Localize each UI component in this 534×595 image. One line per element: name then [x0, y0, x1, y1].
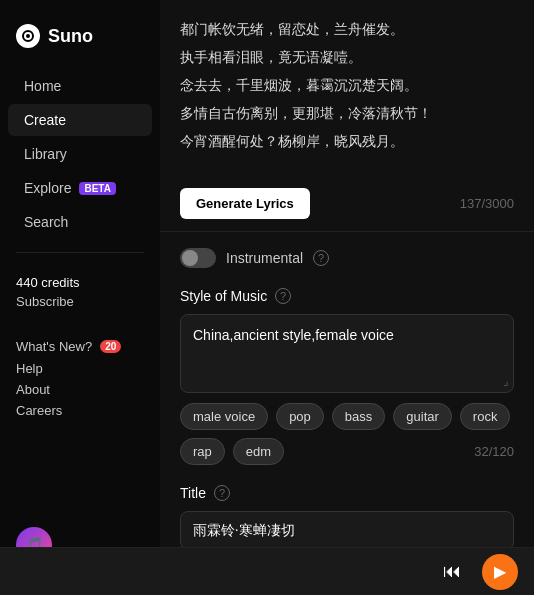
notification-badge: 20	[100, 340, 121, 353]
library-label: Library	[24, 146, 67, 162]
generate-lyrics-button[interactable]: Generate Lyrics	[180, 188, 310, 219]
search-label: Search	[24, 214, 68, 230]
style-section-header: Style of Music ?	[180, 288, 514, 304]
tag-edm[interactable]: edm	[233, 438, 284, 465]
play-icon: ▶	[494, 562, 506, 581]
player-bar: ⏮ ▶	[0, 547, 534, 595]
title-section-header: Title ?	[180, 485, 514, 501]
style-help-icon[interactable]: ?	[275, 288, 291, 304]
title-input[interactable]	[193, 523, 501, 539]
lyrics-controls: Generate Lyrics 137/3000	[160, 180, 534, 232]
whats-new-item[interactable]: What's New? 20	[16, 335, 144, 358]
sidebar-bottom: What's New? 20 Help About Careers	[0, 335, 160, 421]
explore-label: Explore	[24, 180, 71, 196]
lyrics-text: 都门帐饮无绪，留恋处，兰舟催发。 执手相看泪眼，竟无语凝噎。 念去去，千里烟波，…	[180, 16, 514, 156]
tag-rap[interactable]: rap	[180, 438, 225, 465]
lyrics-area: 都门帐饮无绪，留恋处，兰舟催发。 执手相看泪眼，竟无语凝噎。 念去去，千里烟波，…	[160, 0, 534, 180]
sidebar: Suno Home Create Library Explore BETA Se…	[0, 0, 160, 595]
sidebar-item-explore[interactable]: Explore BETA	[8, 172, 152, 204]
tag-rock[interactable]: rock	[460, 403, 511, 430]
instrumental-row: Instrumental ?	[160, 232, 534, 284]
logo-icon	[16, 24, 40, 48]
main-content: 都门帐饮无绪，留恋处，兰舟催发。 执手相看泪眼，竟无语凝噎。 念去去，千里烟波，…	[160, 0, 534, 595]
app-name: Suno	[48, 26, 93, 47]
lyrics-line-1: 都门帐饮无绪，留恋处，兰舟催发。	[180, 16, 514, 44]
sidebar-item-home[interactable]: Home	[8, 70, 152, 102]
svg-point-1	[26, 34, 30, 38]
lyrics-line-3: 念去去，千里烟波，暮霭沉沉楚天阔。	[180, 72, 514, 100]
tag-male-voice[interactable]: male voice	[180, 403, 268, 430]
sidebar-item-create[interactable]: Create	[8, 104, 152, 136]
create-label: Create	[24, 112, 66, 128]
style-char-count: 32/120	[474, 444, 514, 459]
instrumental-help-icon[interactable]: ?	[313, 250, 329, 266]
lyrics-line-2: 执手相看泪眼，竟无语凝噎。	[180, 44, 514, 72]
instrumental-toggle[interactable]	[180, 248, 216, 268]
style-tags: male voice pop bass guitar rock rap edm …	[180, 403, 514, 465]
prev-icon: ⏮	[443, 561, 461, 582]
tag-bass[interactable]: bass	[332, 403, 385, 430]
credits-text: 440 credits	[16, 275, 144, 290]
sidebar-item-about[interactable]: About	[16, 379, 144, 400]
style-section-label: Style of Music	[180, 288, 267, 304]
previous-button[interactable]: ⏮	[434, 554, 470, 590]
home-label: Home	[24, 78, 61, 94]
title-input-wrapper	[180, 511, 514, 550]
sidebar-divider	[16, 252, 144, 253]
beta-badge: BETA	[79, 182, 115, 195]
play-button[interactable]: ▶	[482, 554, 518, 590]
sidebar-item-careers[interactable]: Careers	[16, 400, 144, 421]
logo: Suno	[0, 16, 160, 68]
style-section: Style of Music ? China,ancient style,fem…	[160, 284, 534, 481]
style-input[interactable]: China,ancient style,female voice	[193, 327, 501, 377]
lyrics-line-5: 今宵酒醒何处？杨柳岸，晓风残月。	[180, 128, 514, 156]
credits-section: 440 credits Subscribe	[0, 267, 160, 321]
sidebar-item-search[interactable]: Search	[8, 206, 152, 238]
style-textarea-wrapper: China,ancient style,female voice ⌟	[180, 314, 514, 393]
title-section-label: Title	[180, 485, 206, 501]
lyrics-line-4: 多情自古伤离别，更那堪，冷落清秋节！	[180, 100, 514, 128]
resize-handle: ⌟	[503, 374, 509, 388]
sidebar-item-help[interactable]: Help	[16, 358, 144, 379]
instrumental-label: Instrumental	[226, 250, 303, 266]
sidebar-item-library[interactable]: Library	[8, 138, 152, 170]
tag-guitar[interactable]: guitar	[393, 403, 452, 430]
title-help-icon[interactable]: ?	[214, 485, 230, 501]
subscribe-button[interactable]: Subscribe	[16, 290, 144, 313]
tag-pop[interactable]: pop	[276, 403, 324, 430]
whats-new-label: What's New?	[16, 339, 92, 354]
lyrics-char-count: 137/3000	[460, 196, 514, 211]
toggle-thumb	[182, 250, 198, 266]
